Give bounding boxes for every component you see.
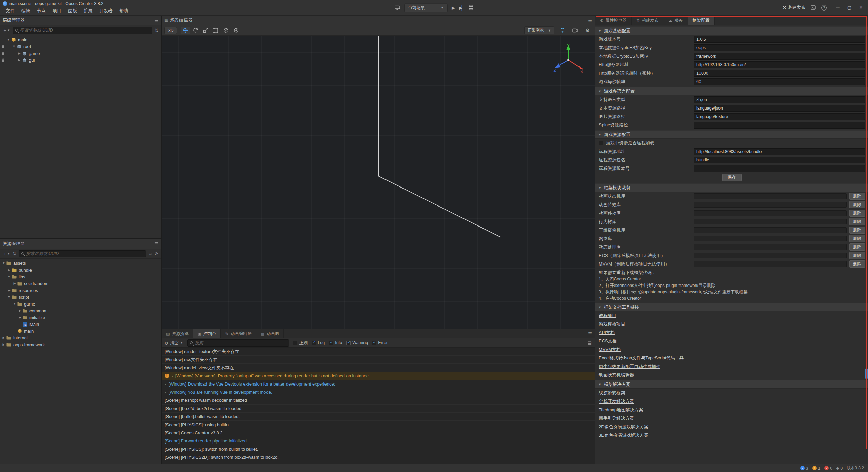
doc-link[interactable]: Excel格式转Json文件与TypeScript代码工具 xyxy=(599,355,684,361)
doc-link[interactable]: API文档 xyxy=(599,330,615,336)
expand-arrow[interactable]: › xyxy=(172,372,173,380)
layout-grid-icon[interactable] xyxy=(469,5,473,10)
menu-help[interactable]: 帮助 xyxy=(116,7,131,14)
hierarchy-search-input[interactable] xyxy=(20,28,150,33)
hierarchy-node-root[interactable]: ▼root xyxy=(0,43,161,50)
menu-project[interactable]: 项目 xyxy=(50,7,64,14)
delete-module-button[interactable]: 删除 xyxy=(849,235,865,242)
menu-developer[interactable]: 开发者 xyxy=(96,7,116,14)
property-input[interactable]: 60 xyxy=(694,78,865,85)
property-input[interactable]: http://localhost:8083/assets/bundle xyxy=(694,148,865,155)
property-input[interactable]: bundle xyxy=(694,157,865,163)
preview-scene-select[interactable]: 当前场景 ▼ xyxy=(404,3,448,12)
move-tool-icon[interactable] xyxy=(181,27,190,34)
delete-module-button[interactable]: 删除 xyxy=(849,201,865,208)
doc-link[interactable]: Tiledmap地图解决方案 xyxy=(599,407,643,413)
hierarchy-filter-icon[interactable]: ⇅ xyxy=(155,28,158,33)
doc-link[interactable]: 教程项目 xyxy=(599,313,616,319)
expand-arrow[interactable]: ▶ xyxy=(1,336,6,339)
minimize-button[interactable]: ─ xyxy=(832,0,844,16)
step-button[interactable]: ▶▏ xyxy=(459,5,465,10)
remote-load-checkbox[interactable] xyxy=(599,141,603,145)
3d-mode-button[interactable]: 3D xyxy=(164,27,177,34)
doc-link[interactable]: 战旗游戏框架 xyxy=(599,390,625,396)
property-input[interactable]: language/json xyxy=(694,105,865,112)
scene-viewport[interactable]: Y X Z xyxy=(162,36,595,329)
hierarchy-menu-icon[interactable]: ☰ xyxy=(154,18,158,23)
log-row[interactable]: ›[Window] Download the Vue Devtools exte… xyxy=(162,380,595,388)
expand-arrow[interactable]: ▼ xyxy=(12,45,16,48)
filter-warning-toggle[interactable]: Warning xyxy=(346,340,368,345)
checkbox-icon[interactable] xyxy=(329,341,333,345)
section-header-4[interactable]: ▼框架文档工具链接 xyxy=(595,303,868,311)
regex-toggle[interactable]: 正则 xyxy=(293,340,308,346)
asset-node-bundle[interactable]: ▶bundle xyxy=(0,267,161,273)
save-button[interactable]: 保存 xyxy=(722,174,742,181)
menu-file[interactable]: 文件 xyxy=(3,7,18,14)
menu-node[interactable]: 节点 xyxy=(34,7,49,14)
assets-filter-icon[interactable]: ≋ xyxy=(149,251,152,256)
log-row[interactable]: [Scene] Forward render pipeline initiali… xyxy=(162,437,595,445)
filter-error-toggle[interactable]: Error xyxy=(372,340,388,345)
expand-arrow[interactable]: ▼ xyxy=(7,295,12,299)
tab-inspector[interactable]: ⊙属性检查器 xyxy=(595,16,632,25)
asset-node-resources[interactable]: ▶resources xyxy=(0,287,161,294)
expand-arrow[interactable]: ▶ xyxy=(1,343,6,346)
doc-link[interactable]: 全栈开发解决方案 xyxy=(599,398,634,405)
scale-tool-icon[interactable] xyxy=(201,27,210,34)
asset-node-seedrandom[interactable]: ▶seedrandom xyxy=(0,280,161,287)
clear-console-button[interactable]: ⊘ 清空 ▼ xyxy=(165,340,183,346)
assets-search-input[interactable] xyxy=(26,251,143,256)
add-asset-button[interactable]: ＋▼ xyxy=(3,251,10,257)
property-input[interactable]: zh,en xyxy=(694,96,865,103)
delete-module-button[interactable]: 删除 xyxy=(849,210,865,217)
doc-link[interactable]: 新手引导解决方案 xyxy=(599,415,634,421)
log-row[interactable]: [Window] ecs文件夹不存在 xyxy=(162,356,595,364)
asset-node-libs[interactable]: ▼libs xyxy=(0,273,161,280)
asset-node-main[interactable]: main xyxy=(0,328,161,334)
add-node-button[interactable]: ＋▼ xyxy=(3,27,10,33)
log-row[interactable]: [Scene] [PHYSICS]: switch from builtin t… xyxy=(162,445,595,453)
delete-module-button[interactable]: 删除 xyxy=(849,260,865,268)
expand-arrow[interactable]: ▼ xyxy=(1,261,6,265)
expand-arrow[interactable]: › xyxy=(165,388,166,396)
preview-image-icon[interactable] xyxy=(811,5,816,10)
section-header-2[interactable]: ▼游戏资源配置 xyxy=(595,130,868,139)
console-menu-icon[interactable]: ☰ xyxy=(588,331,592,336)
delete-module-button[interactable]: 删除 xyxy=(849,227,865,234)
menu-edit[interactable]: 编辑 xyxy=(18,7,33,14)
tab-animation-graph[interactable]: ▦动画图 xyxy=(256,329,284,338)
tab-animation-editor[interactable]: ✎动画编辑器 xyxy=(221,329,256,338)
property-input[interactable]: language/texture xyxy=(694,113,865,120)
property-input[interactable]: framework xyxy=(694,53,865,60)
tab-console[interactable]: ▣控制台 xyxy=(193,329,221,338)
tab-framework-config[interactable]: 框架配置 xyxy=(688,16,715,25)
asset-node-internal[interactable]: ▶internal xyxy=(0,334,161,341)
asset-node-script[interactable]: ▼script xyxy=(0,294,161,300)
preview-platform-icon[interactable] xyxy=(395,5,400,10)
rotate-tool-icon[interactable] xyxy=(191,27,200,34)
expand-arrow[interactable]: ▶ xyxy=(18,316,22,319)
hierarchy-node-gui[interactable]: ▶gui xyxy=(0,57,161,63)
asset-node-game[interactable]: ▼game xyxy=(0,300,161,307)
log-row[interactable]: [Scene] Cocos Creator v3.8.2 xyxy=(162,429,595,437)
hierarchy-node-main[interactable]: ▼main xyxy=(0,36,161,43)
scene-settings-gear-icon[interactable]: ⚙ xyxy=(583,27,592,34)
delete-module-button[interactable]: 删除 xyxy=(849,193,865,200)
asset-node-oops-framework[interactable]: ▶oops-framework xyxy=(0,341,161,348)
expand-arrow[interactable]: ▶ xyxy=(12,282,17,285)
regex-checkbox[interactable] xyxy=(293,341,297,345)
section-header-1[interactable]: ▼游戏多语言配置 xyxy=(595,87,868,95)
expand-arrow[interactable]: ▶ xyxy=(7,289,12,292)
gizmo-space-icon[interactable] xyxy=(221,27,231,34)
close-button[interactable]: ✕ xyxy=(855,0,867,16)
property-input[interactable]: http://192.168.0.150/main/ xyxy=(694,61,865,68)
doc-link[interactable]: 动画状态机编辑器 xyxy=(599,372,634,378)
property-input[interactable] xyxy=(694,165,865,172)
task-count-badge[interactable]: ◆ 0 xyxy=(836,466,843,471)
lock-icon[interactable] xyxy=(0,58,6,62)
collapse-logs-icon[interactable]: ▤ xyxy=(588,340,592,346)
asset-node-common[interactable]: ▶common xyxy=(0,307,161,314)
info-count-badge[interactable]: i 3 xyxy=(800,466,808,471)
build-publish-button[interactable]: ⚒ 构建发布 xyxy=(783,5,805,11)
